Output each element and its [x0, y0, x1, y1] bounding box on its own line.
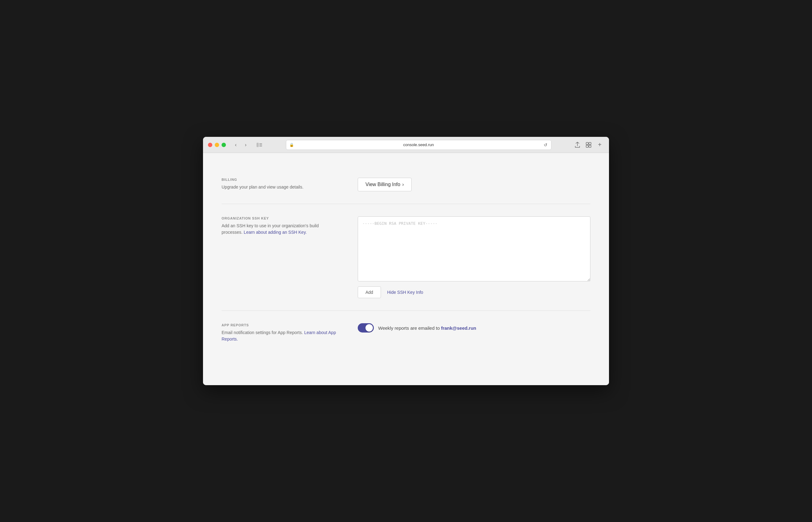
- billing-section-right: View Billing Info ›: [358, 178, 590, 191]
- billing-section-left: BILLING Upgrade your plan and view usage…: [222, 178, 339, 190]
- sidebar-toggle-icon: [256, 143, 262, 147]
- view-billing-info-button[interactable]: View Billing Info ›: [358, 178, 412, 191]
- billing-section: BILLING Upgrade your plan and view usage…: [222, 165, 590, 204]
- ssh-hide-link[interactable]: Hide SSH Key Info: [387, 290, 423, 295]
- browser-window: ‹ › 🔒 console.seed.run ↺: [203, 137, 609, 385]
- svg-rect-2: [259, 145, 262, 145]
- lock-icon: 🔒: [289, 143, 294, 147]
- ssh-section-title: ORGANIZATION SSH KEY: [222, 216, 339, 220]
- toggle-label: Weekly reports are emailed to frank@seed…: [378, 325, 476, 331]
- close-button[interactable]: [208, 143, 212, 147]
- ssh-section-right: Add Hide SSH Key Info: [358, 216, 590, 298]
- page-content: BILLING Upgrade your plan and view usage…: [203, 153, 609, 385]
- ssh-section: ORGANIZATION SSH KEY Add an SSH key to u…: [222, 204, 590, 311]
- app-reports-section-left: APP REPORTS Email notification settings …: [222, 323, 339, 342]
- sidebar-toggle-button[interactable]: [254, 141, 264, 149]
- svg-rect-1: [259, 143, 262, 144]
- ssh-add-button[interactable]: Add: [358, 286, 381, 298]
- ssh-actions: Add Hide SSH Key Info: [358, 286, 590, 298]
- app-reports-section-title: APP REPORTS: [222, 323, 339, 327]
- billing-description: Upgrade your plan and view usage details…: [222, 184, 339, 190]
- app-reports-toggle[interactable]: [358, 323, 374, 333]
- app-reports-description: Email notification settings for App Repo…: [222, 329, 339, 342]
- billing-button-chevron: ›: [402, 182, 404, 187]
- svg-rect-6: [586, 145, 588, 147]
- back-button[interactable]: ‹: [231, 141, 240, 149]
- fullscreen-button[interactable]: [222, 143, 226, 147]
- tab-grid-button[interactable]: [584, 141, 593, 149]
- forward-button[interactable]: ›: [242, 141, 250, 149]
- app-reports-description-text: Email notification settings for App Repo…: [222, 330, 303, 335]
- svg-rect-7: [589, 145, 591, 147]
- svg-rect-0: [256, 143, 259, 147]
- toggle-email: frank@seed.run: [441, 325, 476, 331]
- billing-section-title: BILLING: [222, 178, 339, 181]
- share-icon: [575, 142, 580, 148]
- ssh-key-textarea[interactable]: [358, 216, 590, 281]
- toggle-container: Weekly reports are emailed to frank@seed…: [358, 323, 476, 333]
- tab-grid-icon: [586, 142, 591, 148]
- toolbar-right: +: [573, 141, 604, 149]
- refresh-button[interactable]: ↺: [543, 142, 548, 148]
- svg-rect-5: [589, 142, 591, 145]
- billing-button-label: View Billing Info: [366, 182, 400, 187]
- nav-buttons: ‹ ›: [231, 141, 250, 149]
- new-tab-button[interactable]: +: [596, 141, 604, 149]
- svg-rect-3: [259, 146, 262, 146]
- traffic-lights: [208, 143, 226, 147]
- url-text: console.seed.run: [296, 142, 541, 147]
- app-reports-section: APP REPORTS Email notification settings …: [222, 311, 590, 355]
- toggle-knob: [366, 324, 373, 332]
- ssh-description: Add an SSH key to use in your organizati…: [222, 223, 339, 236]
- address-bar[interactable]: 🔒 console.seed.run ↺: [286, 140, 551, 150]
- ssh-section-left: ORGANIZATION SSH KEY Add an SSH key to u…: [222, 216, 339, 236]
- svg-rect-4: [586, 142, 588, 145]
- app-reports-section-right: Weekly reports are emailed to frank@seed…: [358, 323, 590, 333]
- title-bar: ‹ › 🔒 console.seed.run ↺: [203, 137, 609, 153]
- toggle-text-prefix: Weekly reports are emailed to: [378, 325, 441, 331]
- ssh-learn-link[interactable]: Learn about adding an SSH Key.: [244, 230, 307, 235]
- share-button[interactable]: [573, 141, 582, 149]
- minimize-button[interactable]: [215, 143, 219, 147]
